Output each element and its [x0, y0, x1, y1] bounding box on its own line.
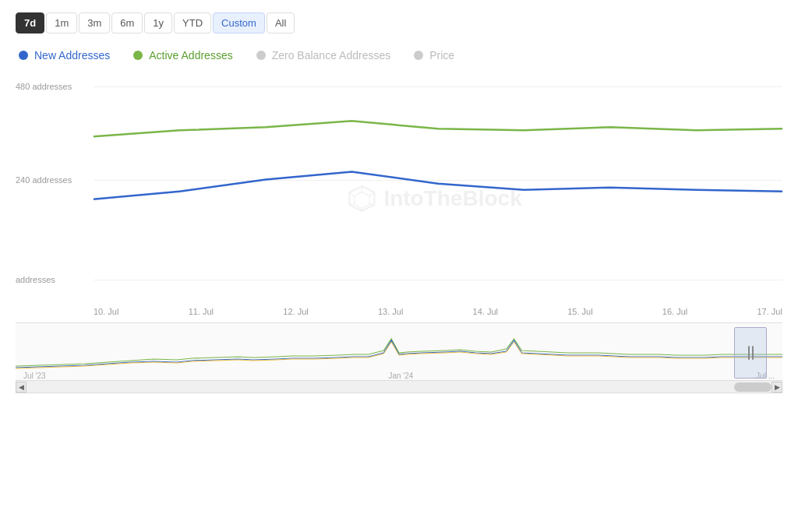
time-btn-1m[interactable]: 1m [46, 12, 77, 33]
chart-lines-svg [94, 74, 782, 293]
new-addresses-line [94, 172, 782, 199]
scroll-right-arrow[interactable]: ▶ [772, 382, 782, 393]
legend-label-zero-balance: Zero Balance Addresses [272, 49, 391, 62]
y-label-240: 240 addresses [16, 175, 72, 185]
time-btn-7d[interactable]: 7d [16, 12, 44, 33]
navigator-scrollbar[interactable]: ◀ ▶ [16, 380, 782, 393]
main-chart: 480 addresses 240 addresses addresses In… [16, 74, 782, 323]
legend-label-active-addresses: Active Addresses [149, 49, 232, 62]
time-btn-6m[interactable]: 6m [111, 12, 143, 33]
legend-dot-price [414, 51, 423, 60]
x-label-6: 16. Jul [662, 307, 687, 316]
scroll-thumb[interactable] [734, 382, 772, 392]
time-btn-ytd[interactable]: YTD [174, 12, 211, 33]
time-btn-3m[interactable]: 3m [79, 12, 110, 33]
navigator-handle[interactable] [734, 327, 767, 379]
nav-blue-line [16, 340, 782, 368]
time-btn-1y[interactable]: 1y [144, 12, 172, 33]
main-container: 7d 1m 3m 6m 1y YTD Custom All New Addres… [0, 0, 798, 532]
legend-zero-balance[interactable]: Zero Balance Addresses [256, 49, 391, 62]
x-label-3: 13. Jul [378, 307, 403, 316]
time-range-selector: 7d 1m 3m 6m 1y YTD Custom All [16, 12, 782, 33]
legend-active-addresses[interactable]: Active Addresses [133, 49, 232, 62]
legend-dot-active-addresses [133, 51, 143, 60]
x-label-4: 14. Jul [473, 307, 498, 316]
handle-line-1 [748, 346, 750, 360]
handle-line-2 [752, 346, 754, 360]
time-btn-all[interactable]: All [267, 12, 295, 33]
navigator-labels: Jul '23 Jan '24 Jul ... [16, 372, 782, 380]
y-label-addresses: addresses [16, 275, 55, 284]
active-addresses-line [94, 121, 782, 136]
navigator-handle-lines [748, 346, 754, 360]
x-label-0: 10. Jul [94, 307, 118, 316]
legend-dot-zero-balance [256, 51, 266, 60]
legend-price[interactable]: Price [414, 49, 454, 62]
chart-legend: New Addresses Active Addresses Zero Bala… [16, 49, 782, 62]
legend-new-addresses[interactable]: New Addresses [19, 49, 110, 62]
x-label-1: 11. Jul [189, 307, 214, 316]
legend-dot-new-addresses [19, 51, 28, 60]
y-label-480: 480 addresses [16, 82, 72, 91]
time-btn-custom[interactable]: Custom [213, 12, 265, 33]
x-axis: 10. Jul 11. Jul 12. Jul 13. Jul 14. Jul … [94, 301, 782, 322]
nav-label-jul23: Jul '23 [23, 372, 46, 380]
legend-label-price: Price [429, 49, 454, 62]
x-label-5: 15. Jul [567, 307, 592, 316]
x-label-7: 17. Jul [757, 307, 782, 316]
navigator-svg [16, 323, 782, 378]
chart-navigator[interactable]: Jul '23 Jan '24 Jul ... ◀ ▶ [16, 323, 782, 393]
scroll-left-arrow[interactable]: ◀ [16, 382, 26, 393]
legend-label-new-addresses: New Addresses [34, 49, 110, 62]
nav-label-jan24: Jan '24 [388, 372, 413, 380]
x-label-2: 12. Jul [283, 307, 308, 316]
